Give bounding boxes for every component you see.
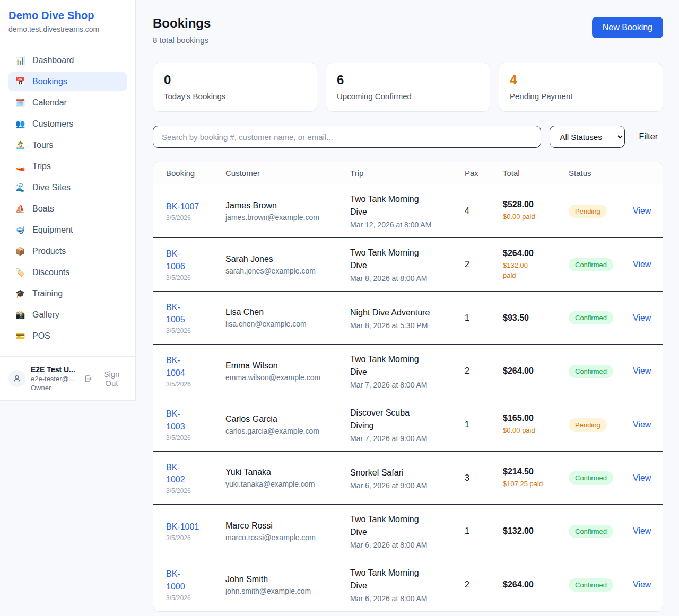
view-link[interactable]: View bbox=[633, 580, 650, 589]
sidebar-item-pos[interactable]: 💳 POS bbox=[8, 327, 127, 346]
pax-count: 2 bbox=[465, 580, 503, 589]
table-row: BK-10073/5/2026 James Brownjames.brown@e… bbox=[153, 184, 663, 238]
new-booking-button[interactable]: New Booking bbox=[592, 17, 663, 38]
search-input[interactable] bbox=[153, 126, 541, 148]
view-link[interactable]: View bbox=[633, 260, 650, 269]
sidebar-item-label: Dashboard bbox=[32, 56, 74, 65]
page-subtitle: 8 total bookings bbox=[153, 36, 211, 45]
discounts-icon: 🏷️ bbox=[15, 268, 25, 277]
trip-date: Mar 7, 2026 at 9:00 AM bbox=[350, 434, 465, 443]
total-amount: $264.00 bbox=[503, 249, 569, 258]
sidebar-item-gallery[interactable]: 📸 Gallery bbox=[8, 305, 127, 324]
filter-button[interactable]: Filter bbox=[633, 129, 663, 145]
customer-name: Sarah Jones bbox=[225, 254, 350, 264]
trip-name: Two Tank Morning Dive bbox=[350, 353, 465, 379]
trip-name: Snorkel Safari bbox=[350, 467, 465, 479]
training-icon: 🎓 bbox=[15, 289, 25, 298]
trip-date: Mar 12, 2026 at 8:00 AM bbox=[350, 221, 465, 229]
table-row: BK- 10023/5/2026 Yuki Tanakayuki.tanaka@… bbox=[153, 452, 663, 505]
customer-email: james.brown@example.com bbox=[225, 213, 350, 222]
gallery-icon: 📸 bbox=[15, 310, 25, 320]
status-badge: Confirmed bbox=[569, 578, 613, 592]
pax-count: 1 bbox=[465, 313, 503, 323]
col-header-pax: Pax bbox=[465, 169, 503, 178]
trip-name: Two Tank Morning Dive bbox=[350, 193, 465, 218]
sidebar-item-tours[interactable]: 🏝️ Tours bbox=[8, 136, 127, 155]
calendar-icon: 🗓️ bbox=[15, 98, 25, 108]
sidebar-user-section: E2E Test U... e2e-tester@... Owner Sign … bbox=[0, 356, 135, 400]
customer-email: sarah.jones@example.com bbox=[225, 267, 350, 275]
pax-count: 1 bbox=[465, 526, 503, 536]
total-amount: $93.50 bbox=[503, 313, 569, 323]
booking-id-link[interactable]: BK-1001 bbox=[166, 521, 225, 533]
trip-date: Mar 6, 2026 at 8:00 AM bbox=[350, 541, 465, 549]
view-link[interactable]: View bbox=[633, 206, 650, 216]
status-select[interactable]: All Statuses bbox=[550, 126, 625, 148]
trip-date: Mar 6, 2026 at 8:00 AM bbox=[350, 594, 465, 603]
view-link[interactable]: View bbox=[633, 313, 650, 323]
paid-amount: $0.00 paid bbox=[503, 212, 569, 222]
col-header-customer: Customer bbox=[225, 169, 350, 178]
booking-id-link[interactable]: BK- 1000 bbox=[166, 568, 225, 592]
equipment-icon: 🤿 bbox=[15, 225, 25, 235]
view-link[interactable]: View bbox=[633, 526, 650, 536]
status-badge: Confirmed bbox=[569, 258, 613, 271]
page-title: Bookings bbox=[153, 16, 211, 31]
sidebar-item-training[interactable]: 🎓 Training bbox=[8, 284, 127, 303]
pax-count: 1 bbox=[465, 420, 503, 429]
booking-id-link[interactable]: BK-1007 bbox=[166, 200, 225, 213]
status-badge: Pending bbox=[569, 205, 607, 218]
sidebar-item-equipment[interactable]: 🤿 Equipment bbox=[8, 221, 127, 240]
total-amount: $264.00 bbox=[503, 580, 569, 589]
sidebar-item-customers[interactable]: 👥 Customers bbox=[8, 115, 127, 134]
shop-name: Demo Dive Shop bbox=[8, 10, 127, 22]
sidebar-item-calendar[interactable]: 🗓️ Calendar bbox=[8, 93, 127, 112]
stat-value: 4 bbox=[510, 73, 652, 87]
sidebar-item-label: Customers bbox=[32, 119, 73, 129]
sidebar-item-boats[interactable]: ⛵ Boats bbox=[8, 199, 127, 218]
sidebar-item-discounts[interactable]: 🏷️ Discounts bbox=[8, 263, 127, 282]
paid-amount: $132.00 paid bbox=[503, 261, 569, 281]
booking-id-link[interactable]: BK- 1006 bbox=[166, 248, 225, 272]
col-header-status: Status bbox=[569, 169, 633, 178]
view-link[interactable]: View bbox=[633, 420, 650, 429]
sidebar-item-trips[interactable]: 🚤 Trips bbox=[8, 157, 127, 176]
stat-value: 0 bbox=[164, 73, 306, 87]
booking-id-link[interactable]: BK- 1002 bbox=[166, 461, 225, 486]
customer-email: emma.wilson@example.com bbox=[225, 373, 350, 382]
pax-count: 2 bbox=[465, 366, 503, 376]
view-link[interactable]: View bbox=[633, 473, 650, 483]
table-row: BK- 10053/5/2026 Lisa Chenlisa.chen@exam… bbox=[153, 292, 663, 345]
sidebar-item-dashboard[interactable]: 📊 Dashboard bbox=[8, 51, 127, 70]
pos-icon: 💳 bbox=[15, 331, 25, 341]
booking-id-link[interactable]: BK- 1003 bbox=[166, 408, 225, 432]
sidebar-item-bookings[interactable]: 📅 Bookings bbox=[8, 72, 127, 91]
booking-date: 3/5/2026 bbox=[166, 534, 225, 542]
view-link[interactable]: View bbox=[633, 366, 650, 376]
booking-id-link[interactable]: BK- 1004 bbox=[166, 354, 225, 379]
main-content: Bookings 8 total bookings New Booking 0 … bbox=[136, 0, 679, 616]
customer-name: John Smith bbox=[225, 575, 350, 584]
bookings-icon: 📅 bbox=[15, 77, 25, 86]
sidebar-item-label: POS bbox=[32, 331, 50, 341]
customer-email: lisa.chen@example.com bbox=[225, 320, 350, 328]
table-row: BK-10013/5/2026 Marco Rossimarco.rossi@e… bbox=[153, 505, 663, 558]
sign-out-button[interactable]: Sign Out bbox=[84, 369, 127, 388]
pax-count: 4 bbox=[465, 206, 503, 216]
stat-label: Upcoming Confirmed bbox=[337, 92, 479, 101]
trip-date: Mar 8, 2026 at 8:00 AM bbox=[350, 274, 465, 283]
sidebar: Demo Dive Shop demo.test.divestreams.com… bbox=[0, 0, 136, 401]
sidebar-item-dive-sites[interactable]: 🌊 Dive Sites bbox=[8, 178, 127, 197]
booking-date: 3/5/2026 bbox=[166, 381, 225, 388]
sidebar-item-label: Bookings bbox=[32, 77, 67, 86]
booking-id-link[interactable]: BK- 1005 bbox=[166, 301, 225, 325]
col-header-booking: Booking bbox=[166, 169, 225, 178]
customer-name: Lisa Chen bbox=[225, 307, 350, 317]
sidebar-item-products[interactable]: 📦 Products bbox=[8, 242, 127, 261]
sidebar-item-label: Training bbox=[32, 289, 63, 298]
products-icon: 📦 bbox=[15, 247, 25, 256]
total-amount: $528.00 bbox=[503, 200, 569, 209]
stats-row: 0 Today's Bookings 6 Upcoming Confirmed … bbox=[153, 63, 663, 112]
customer-email: john.smith@example.com bbox=[225, 587, 350, 595]
user-role: Owner bbox=[31, 384, 79, 392]
